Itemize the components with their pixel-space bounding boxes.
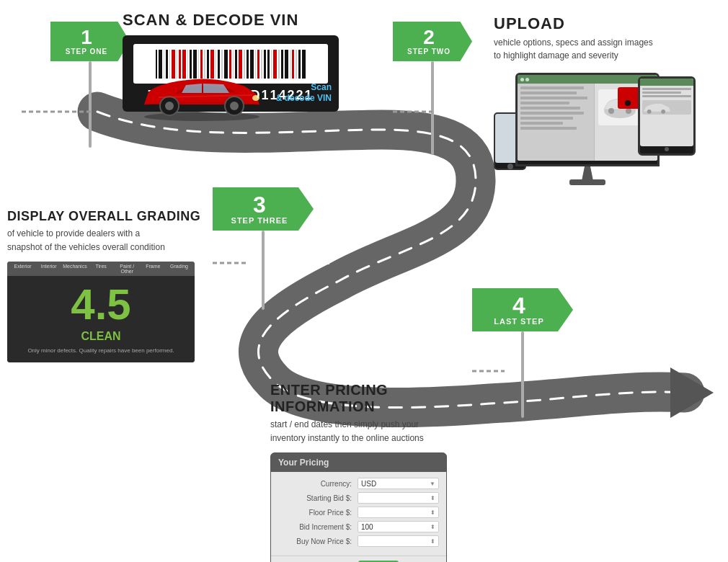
bid-increment-value: 100: [361, 523, 373, 531]
pricing-row-floor-price: Floor Price $: ⬍: [278, 507, 439, 518]
tablet-home-button: [665, 147, 669, 151]
step3-label: STEP THREE: [231, 216, 288, 225]
floor-price-arrows: ⬍: [430, 509, 435, 516]
svg-point-3: [165, 102, 174, 110]
step2-banner: 2 STEP TWO: [393, 22, 472, 61]
bid-increment-label: Bid Increment $:: [278, 523, 358, 531]
grade-label: CLEAN: [18, 330, 184, 343]
step3-desc: of vehicle to provide dealers with asnap…: [7, 227, 231, 254]
svg-marker-0: [670, 367, 714, 418]
phone-home-button: [507, 164, 513, 169]
floor-price-input[interactable]: ⬍: [358, 507, 439, 518]
vin-card: THMBB7092WD114221 Scan& decode VIN: [123, 35, 339, 112]
svg-point-6: [252, 95, 259, 101]
step4-title: ENTER PRICING INFORMATION: [270, 382, 487, 415]
car-image: [130, 61, 274, 126]
pricing-footer: Sell Vehicle Using: BID BUY NOW OFFER: [271, 556, 446, 562]
tablet-screen: [640, 79, 693, 146]
grade-col-paint: Paint / Other: [115, 264, 139, 274]
grade-col-grading: Grading: [167, 264, 191, 274]
step3-number: 3: [253, 193, 266, 216]
step1-number: 1: [81, 27, 92, 48]
grade-desc: Only minor defects. Quality repairs have…: [18, 347, 184, 354]
step4-number: 4: [512, 294, 525, 317]
pricing-row-bid-increment: Bid Increment $: 100 ⬍: [278, 521, 439, 532]
starting-bid-arrows: ⬍: [430, 495, 435, 501]
grading-body: 4.5 CLEAN Only minor defects. Quality re…: [7, 276, 195, 362]
grade-number: 4.5: [18, 283, 184, 326]
step4-pole: [521, 331, 524, 418]
svg-point-8: [608, 108, 614, 114]
step1-flag: 1 STEP ONE: [50, 22, 130, 148]
currency-input[interactable]: USD ▼: [358, 478, 439, 489]
step2-desc: vehicle options, specs and assign images…: [494, 36, 710, 62]
monitor-screen-header: [518, 75, 657, 84]
step4-flag: 4 LAST STEP: [472, 288, 573, 418]
currency-label: Currency:: [278, 480, 358, 488]
pricing-row-starting-bid: Starting Bid $: ⬍: [278, 492, 439, 504]
pricing-row-buy-now: Buy Now Price $: ⬍: [278, 535, 439, 547]
monitor-screen: [518, 75, 657, 161]
grading-header-row: Exterior Interior Mechanics Tires Paint …: [7, 262, 195, 276]
svg-point-9: [626, 108, 631, 114]
buy-now-label: Buy Now Price $:: [278, 538, 358, 545]
grade-col-mechanics: Mechanics: [63, 264, 86, 274]
pricing-header: Your Pricing: [271, 453, 446, 472]
step4-desc: start / end dates then simply push youri…: [270, 418, 487, 445]
screen-dot-2: [525, 78, 529, 81]
step2-title: UPLOAD: [494, 14, 710, 33]
svg-point-13: [661, 110, 665, 114]
step4-label: LAST STEP: [494, 317, 544, 326]
devices-mockup: [494, 69, 696, 192]
monitor-base: [569, 179, 605, 185]
screen-dot-1: [520, 78, 524, 81]
svg-point-5: [230, 102, 239, 110]
grade-col-tires: Tires: [89, 264, 113, 274]
tablet-screen-header: [640, 79, 693, 86]
tablet-device: [638, 76, 696, 156]
step1-pole: [89, 61, 92, 148]
step1-content: SCAN & DECODE VIN: [123, 11, 339, 112]
step3-content: DISPLAY OVERALL GRADING of vehicle to pr…: [7, 209, 231, 362]
step3-title: DISPLAY OVERALL GRADING: [7, 209, 231, 224]
step2-flag: 2 STEP TWO: [393, 22, 472, 155]
step1-label: STEP ONE: [66, 48, 107, 55]
step4-content: ENTER PRICING INFORMATION start / end da…: [270, 382, 487, 562]
monitor-stand: [580, 166, 595, 181]
step2-content: UPLOAD vehicle options, specs and assign…: [494, 14, 710, 192]
step1-title: SCAN & DECODE VIN: [123, 11, 339, 30]
step4-banner: 4 LAST STEP: [472, 288, 573, 331]
svg-point-1: [144, 112, 259, 121]
grade-col-exterior: Exterior: [11, 264, 35, 274]
pricing-card: Your Pricing Currency: USD ▼ Starting Bi…: [270, 452, 447, 562]
starting-bid-input[interactable]: ⬍: [358, 492, 439, 504]
svg-point-10: [625, 100, 631, 106]
monitor-screen-body: [518, 84, 657, 161]
grade-col-interior: Interior: [37, 264, 61, 274]
screen-left-panel: [518, 84, 595, 161]
pricing-row-currency: Currency: USD ▼: [278, 478, 439, 489]
step1-banner: 1 STEP ONE: [50, 22, 130, 61]
scan-decode-label: Scan& decode VIN: [276, 82, 332, 104]
step3-pole: [262, 231, 265, 310]
currency-value: USD: [361, 480, 376, 488]
grading-card: Exterior Interior Mechanics Tires Paint …: [7, 262, 195, 362]
step2-label: STEP TWO: [407, 48, 450, 55]
grade-col-frame: Frame: [141, 264, 165, 274]
svg-point-12: [647, 110, 652, 114]
step2-number: 2: [423, 27, 435, 48]
bid-increment-arrows: ⬍: [430, 524, 435, 530]
floor-price-label: Floor Price $:: [278, 509, 358, 517]
buy-now-input[interactable]: ⬍: [358, 535, 439, 547]
buy-now-arrows: ⬍: [430, 538, 435, 545]
bid-increment-input[interactable]: 100 ⬍: [358, 521, 439, 532]
currency-arrow: ▼: [430, 481, 435, 487]
pricing-body: Currency: USD ▼ Starting Bid $: ⬍ Floor …: [271, 472, 446, 556]
step2-pole: [431, 61, 434, 155]
starting-bid-label: Starting Bid $:: [278, 494, 358, 502]
